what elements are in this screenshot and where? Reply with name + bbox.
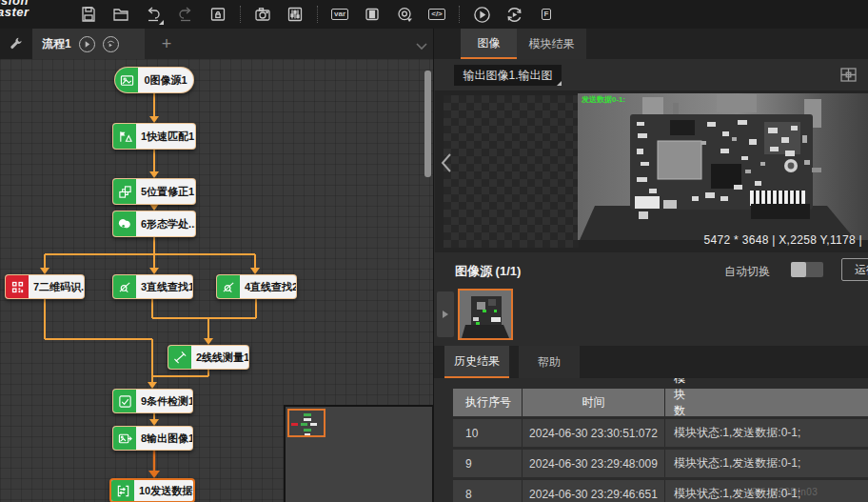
flow-node-label: 2线线测量1 xyxy=(191,346,249,369)
line-find-icon xyxy=(217,275,240,298)
image-viewer[interactable]: 发送数据0-1: 5472 * 3648 | X,2258 Y,1178 | xyxy=(435,90,868,252)
table-cell: 模块状态:1,发送数据:0-1; xyxy=(665,450,868,477)
open-folder-icon[interactable] xyxy=(110,4,131,25)
image-source-select[interactable]: 输出图像1.输出图 xyxy=(454,65,562,86)
script-icon[interactable]: </> xyxy=(426,4,447,25)
auto-switch-label: 自动切换 xyxy=(724,264,770,280)
table-cell: 9 xyxy=(453,450,523,477)
select-dropdown-arrow xyxy=(557,81,562,86)
toggle-knob xyxy=(791,262,806,277)
table-row[interactable]: 102024-06-30 23:30:51:072模块状态:1,发送数据:0-1… xyxy=(453,419,868,447)
app-logo: isionaster xyxy=(0,0,30,18)
col-header-seq: 执行序号 xyxy=(453,389,523,416)
flow-node-9[interactable]: 9条件检测1 xyxy=(112,389,193,413)
toolbar-separator xyxy=(317,6,318,23)
table-cell: 2024-06-30 23:29:48:009 xyxy=(523,450,665,477)
flow-node-3[interactable]: 3直线查找1 xyxy=(112,274,193,299)
col-header-data: 模块数据 xyxy=(665,389,868,416)
flow-node-1[interactable]: 1快速匹配1 xyxy=(112,123,196,150)
table-header-row: 执行序号 时间 模块数据 xyxy=(453,389,868,416)
run-button[interactable]: 运行 xyxy=(841,258,868,281)
flow-node-label: 1快速匹配1 xyxy=(136,124,196,149)
measure-icon xyxy=(168,346,191,369)
auto-switch-toggle[interactable] xyxy=(791,262,823,277)
flow-node-10[interactable]: 10发送数据1 xyxy=(109,478,195,502)
prev-image-chevron-icon[interactable] xyxy=(440,151,453,178)
flow-node-label: 0图像源1 xyxy=(138,68,193,92)
global-trigger-icon[interactable] xyxy=(394,4,415,25)
position-icon xyxy=(113,179,136,204)
toolbar-separator xyxy=(459,6,460,23)
flow-node-label: 10发送数据1 xyxy=(134,480,195,501)
run-once-icon[interactable] xyxy=(471,4,492,25)
flow-list-chevron-icon[interactable] xyxy=(415,38,428,55)
watermark: 2vUM20DIn03 xyxy=(752,487,818,497)
thumbnail-strip xyxy=(434,288,868,346)
flow-node-label: 3直线查找1 xyxy=(136,275,193,298)
run-loop-icon[interactable] xyxy=(503,4,524,25)
table-cell: 8 xyxy=(453,480,523,502)
flow-node-label: 5位置修正1 xyxy=(136,179,196,204)
image-toolbar: 输出图像1.输出图 xyxy=(434,59,868,90)
flow-run-icon[interactable] xyxy=(79,36,95,52)
tab-help[interactable]: 帮助 xyxy=(519,346,580,378)
image-source-label: 图像源 (1/1) xyxy=(455,263,521,280)
undo-dropdown-arrow[interactable] xyxy=(159,20,164,25)
tab-image[interactable]: 图像 xyxy=(461,29,517,59)
window-lock-icon[interactable] xyxy=(207,4,228,25)
history-table: 执行序号 时间 模块数据 102024-06-30 23:30:51:072模块… xyxy=(434,378,868,502)
flow-node-label: 4直线查找2 xyxy=(240,275,297,298)
toolbar-separator xyxy=(240,6,241,23)
wrench-icon xyxy=(9,36,24,51)
tab-history-result[interactable]: 历史结果 xyxy=(444,346,509,378)
format-icon[interactable]: F xyxy=(536,4,557,25)
undo-icon[interactable] xyxy=(143,4,164,25)
flow-node-7[interactable]: 7二维码识... xyxy=(5,274,85,299)
output-icon xyxy=(113,427,136,450)
thumbnail-expand-button[interactable] xyxy=(437,291,454,337)
flow-node-5[interactable]: 5位置修正1 xyxy=(112,178,196,205)
minimap-viewport[interactable] xyxy=(287,409,326,437)
morphology-icon xyxy=(113,211,136,236)
transparent-background xyxy=(444,95,579,248)
flow-node-8[interactable]: 8输出图像1 xyxy=(112,426,193,451)
image-annotation: 发送数据0-1: xyxy=(582,94,625,105)
tab-flow1[interactable]: 流程1 xyxy=(32,29,145,59)
tab-module-result[interactable]: 模块结果 xyxy=(517,29,586,59)
right-panel-tabbar: 图像 模块结果 xyxy=(434,29,868,59)
fit-window-icon[interactable] xyxy=(839,66,858,88)
result-tabbar: 历史结果 帮助 xyxy=(434,346,868,378)
save-icon[interactable] xyxy=(78,4,99,25)
image-icon xyxy=(115,68,138,92)
tune-settings-icon[interactable] xyxy=(285,4,306,25)
flow-node-label: 6形态学处... xyxy=(136,211,196,236)
redo-icon[interactable] xyxy=(175,4,196,25)
flow-node-2[interactable]: 2线线测量1 xyxy=(168,345,249,370)
table-row[interactable]: 92024-06-30 23:29:48:009模块状态:1,发送数据:0-1; xyxy=(453,450,868,477)
match-icon xyxy=(113,124,136,149)
flow-node-0[interactable]: 0图像源1 xyxy=(114,67,194,93)
flow-node-6[interactable]: 6形态学处... xyxy=(112,211,196,237)
image-status-text: 5472 * 3648 | X,2258 Y,1178 | xyxy=(704,233,862,247)
camera-icon[interactable] xyxy=(252,4,273,25)
flow-node-4[interactable]: 4直线查找2 xyxy=(216,274,297,299)
flow-node-label: 9条件检测1 xyxy=(136,390,193,412)
image-thumbnail[interactable] xyxy=(458,289,513,340)
line-find-icon xyxy=(113,275,136,298)
app-window: isionaster xyxy=(0,0,868,502)
flowchart-canvas[interactable]: 0图像源11快速匹配15位置修正16形态学处...7二维码识...3直线查找14… xyxy=(0,59,433,502)
flow-node-label: 8输出图像1 xyxy=(136,427,193,450)
flow-settings-button[interactable] xyxy=(0,29,32,59)
variables-icon[interactable]: var xyxy=(329,4,350,25)
flow-tab-bar: 流程1 + xyxy=(0,29,434,59)
minimap[interactable] xyxy=(284,405,433,502)
send-icon xyxy=(111,480,134,501)
io-module-icon[interactable] xyxy=(362,4,383,25)
qrcode-icon xyxy=(6,275,29,298)
flow-loop-run-icon[interactable] xyxy=(103,36,119,52)
add-flow-button[interactable]: + xyxy=(152,29,181,59)
table-cell: 模块状态:1,发送数据:0-1; xyxy=(665,419,868,447)
flow-node-label: 7二维码识... xyxy=(29,275,85,298)
top-toolbar: isionaster xyxy=(0,0,868,29)
canvas-scrollbar[interactable] xyxy=(424,70,431,177)
